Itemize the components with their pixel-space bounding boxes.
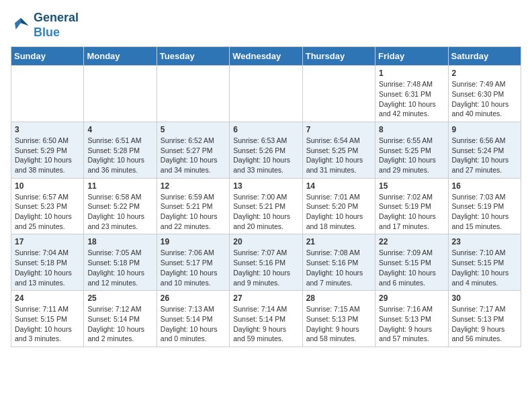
day-info: Sunrise: 6:55 AM Sunset: 5:25 PM Dayligh… (379, 136, 444, 175)
day-number: 6 (233, 125, 298, 134)
day-number: 10 (15, 181, 80, 191)
calendar-cell: 10Sunrise: 6:57 AM Sunset: 5:23 PM Dayli… (11, 178, 84, 234)
day-info: Sunrise: 6:56 AM Sunset: 5:24 PM Dayligh… (452, 136, 517, 175)
calendar-cell: 12Sunrise: 6:59 AM Sunset: 5:21 PM Dayli… (157, 178, 229, 234)
calendar-cell: 20Sunrise: 7:07 AM Sunset: 5:16 PM Dayli… (230, 234, 302, 291)
day-info: Sunrise: 6:50 AM Sunset: 5:29 PM Dayligh… (15, 136, 80, 175)
day-info: Sunrise: 6:59 AM Sunset: 5:21 PM Dayligh… (161, 192, 226, 232)
day-number: 11 (87, 181, 152, 191)
day-number: 29 (379, 293, 444, 303)
day-number: 30 (452, 293, 517, 303)
calendar-cell: 26Sunrise: 7:13 AM Sunset: 5:14 PM Dayli… (157, 291, 229, 347)
calendar-cell: 22Sunrise: 7:09 AM Sunset: 5:15 PM Dayli… (375, 234, 448, 291)
day-info: Sunrise: 7:10 AM Sunset: 5:15 PM Dayligh… (452, 248, 517, 287)
day-info: Sunrise: 7:14 AM Sunset: 5:14 PM Dayligh… (233, 304, 298, 344)
weekday-header-tuesday: Tuesday (157, 47, 229, 66)
day-number: 8 (379, 125, 444, 134)
day-info: Sunrise: 7:01 AM Sunset: 5:20 PM Dayligh… (306, 192, 371, 232)
day-number: 5 (161, 125, 226, 134)
day-number: 15 (379, 181, 444, 191)
calendar-cell: 13Sunrise: 7:00 AM Sunset: 5:21 PM Dayli… (230, 178, 302, 234)
day-info: Sunrise: 7:16 AM Sunset: 5:13 PM Dayligh… (379, 304, 444, 344)
calendar-cell: 6Sunrise: 6:53 AM Sunset: 5:26 PM Daylig… (230, 122, 302, 178)
calendar-cell: 23Sunrise: 7:10 AM Sunset: 5:15 PM Dayli… (448, 234, 521, 291)
logo-text: General Blue (34, 11, 79, 40)
calendar-cell: 4Sunrise: 6:51 AM Sunset: 5:28 PM Daylig… (84, 122, 157, 178)
day-info: Sunrise: 7:06 AM Sunset: 5:17 PM Dayligh… (161, 248, 226, 287)
day-info: Sunrise: 7:12 AM Sunset: 5:14 PM Dayligh… (87, 304, 152, 344)
day-info: Sunrise: 6:54 AM Sunset: 5:25 PM Dayligh… (306, 136, 371, 175)
day-number: 20 (233, 237, 298, 246)
day-number: 13 (233, 181, 298, 191)
calendar-cell: 3Sunrise: 6:50 AM Sunset: 5:29 PM Daylig… (11, 122, 84, 178)
calendar-cell (11, 66, 84, 122)
day-info: Sunrise: 7:02 AM Sunset: 5:19 PM Dayligh… (379, 192, 444, 232)
calendar-cell: 5Sunrise: 6:52 AM Sunset: 5:27 PM Daylig… (157, 122, 229, 178)
calendar-body: 1Sunrise: 7:48 AM Sunset: 6:31 PM Daylig… (11, 66, 521, 347)
week-row-4: 17Sunrise: 7:04 AM Sunset: 5:18 PM Dayli… (11, 234, 521, 291)
weekday-header-thursday: Thursday (302, 47, 375, 66)
day-info: Sunrise: 7:48 AM Sunset: 6:31 PM Dayligh… (379, 79, 444, 119)
weekday-header-monday: Monday (84, 47, 157, 66)
calendar-cell (84, 66, 157, 122)
calendar-cell (157, 66, 229, 122)
calendar-cell: 27Sunrise: 7:14 AM Sunset: 5:14 PM Dayli… (230, 291, 302, 347)
day-info: Sunrise: 6:58 AM Sunset: 5:22 PM Dayligh… (87, 192, 152, 232)
week-row-1: 1Sunrise: 7:48 AM Sunset: 6:31 PM Daylig… (11, 66, 521, 122)
calendar-cell: 29Sunrise: 7:16 AM Sunset: 5:13 PM Dayli… (375, 291, 448, 347)
calendar-cell: 1Sunrise: 7:48 AM Sunset: 6:31 PM Daylig… (375, 66, 448, 122)
calendar-cell (230, 66, 302, 122)
weekday-header-wednesday: Wednesday (230, 47, 302, 66)
day-number: 21 (306, 237, 371, 246)
day-info: Sunrise: 7:04 AM Sunset: 5:18 PM Dayligh… (15, 248, 80, 287)
calendar-cell: 16Sunrise: 7:03 AM Sunset: 5:19 PM Dayli… (448, 178, 521, 234)
day-info: Sunrise: 7:11 AM Sunset: 5:15 PM Dayligh… (15, 304, 80, 344)
day-info: Sunrise: 7:17 AM Sunset: 5:13 PM Dayligh… (452, 304, 517, 344)
calendar-cell: 2Sunrise: 7:49 AM Sunset: 6:30 PM Daylig… (448, 66, 521, 122)
calendar-cell: 24Sunrise: 7:11 AM Sunset: 5:15 PM Dayli… (11, 291, 84, 347)
day-info: Sunrise: 6:53 AM Sunset: 5:26 PM Dayligh… (233, 136, 298, 175)
weekday-header-saturday: Saturday (448, 47, 521, 66)
day-number: 12 (161, 181, 226, 191)
day-info: Sunrise: 7:09 AM Sunset: 5:15 PM Dayligh… (379, 248, 444, 287)
day-number: 23 (452, 237, 517, 246)
day-info: Sunrise: 7:49 AM Sunset: 6:30 PM Dayligh… (452, 79, 517, 119)
day-number: 14 (306, 181, 371, 191)
calendar-cell: 21Sunrise: 7:08 AM Sunset: 5:16 PM Dayli… (302, 234, 375, 291)
day-number: 18 (87, 237, 152, 246)
day-number: 19 (161, 237, 226, 246)
week-row-3: 10Sunrise: 6:57 AM Sunset: 5:23 PM Dayli… (11, 178, 521, 234)
week-row-2: 3Sunrise: 6:50 AM Sunset: 5:29 PM Daylig… (11, 122, 521, 178)
calendar: SundayMondayTuesdayWednesdayThursdayFrid… (11, 46, 521, 347)
day-info: Sunrise: 7:03 AM Sunset: 5:19 PM Dayligh… (452, 192, 517, 232)
week-row-5: 24Sunrise: 7:11 AM Sunset: 5:15 PM Dayli… (11, 291, 521, 347)
day-info: Sunrise: 7:08 AM Sunset: 5:16 PM Dayligh… (306, 248, 371, 287)
day-info: Sunrise: 6:51 AM Sunset: 5:28 PM Dayligh… (87, 136, 152, 175)
calendar-cell: 25Sunrise: 7:12 AM Sunset: 5:14 PM Dayli… (84, 291, 157, 347)
calendar-cell: 9Sunrise: 6:56 AM Sunset: 5:24 PM Daylig… (448, 122, 521, 178)
day-info: Sunrise: 6:57 AM Sunset: 5:23 PM Dayligh… (15, 192, 80, 232)
calendar-cell (302, 66, 375, 122)
logo-icon (11, 15, 31, 36)
calendar-header-row: SundayMondayTuesdayWednesdayThursdayFrid… (11, 47, 521, 66)
day-info: Sunrise: 7:00 AM Sunset: 5:21 PM Dayligh… (233, 192, 298, 232)
day-info: Sunrise: 6:52 AM Sunset: 5:27 PM Dayligh… (161, 136, 226, 175)
day-number: 24 (15, 293, 80, 303)
calendar-cell: 7Sunrise: 6:54 AM Sunset: 5:25 PM Daylig… (302, 122, 375, 178)
weekday-header-sunday: Sunday (11, 47, 84, 66)
calendar-cell: 19Sunrise: 7:06 AM Sunset: 5:17 PM Dayli… (157, 234, 229, 291)
day-number: 7 (306, 125, 371, 134)
calendar-cell: 28Sunrise: 7:15 AM Sunset: 5:13 PM Dayli… (302, 291, 375, 347)
day-info: Sunrise: 7:07 AM Sunset: 5:16 PM Dayligh… (233, 248, 298, 287)
calendar-cell: 11Sunrise: 6:58 AM Sunset: 5:22 PM Dayli… (84, 178, 157, 234)
day-number: 25 (87, 293, 152, 303)
weekday-header-friday: Friday (375, 47, 448, 66)
day-info: Sunrise: 7:13 AM Sunset: 5:14 PM Dayligh… (161, 304, 226, 344)
calendar-cell: 30Sunrise: 7:17 AM Sunset: 5:13 PM Dayli… (448, 291, 521, 347)
day-number: 9 (452, 125, 517, 134)
svg-marker-1 (21, 17, 28, 25)
calendar-cell: 18Sunrise: 7:05 AM Sunset: 5:18 PM Dayli… (84, 234, 157, 291)
day-number: 1 (379, 68, 444, 78)
day-number: 28 (306, 293, 371, 303)
day-number: 4 (87, 125, 152, 134)
